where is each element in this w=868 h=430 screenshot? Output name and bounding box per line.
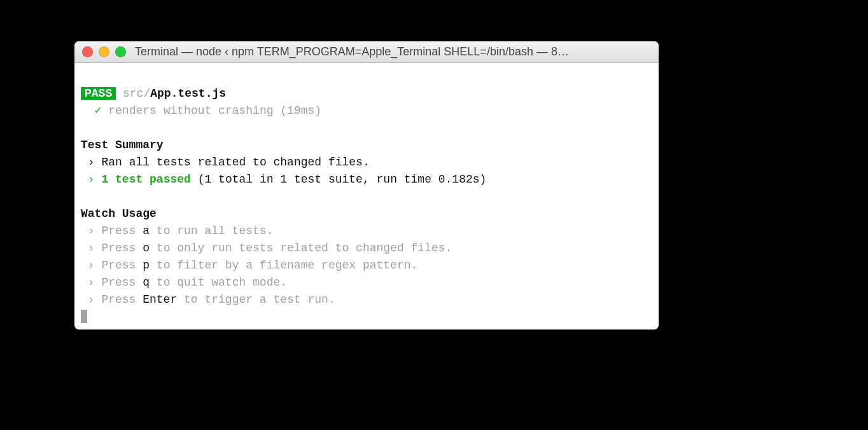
check-icon: ✓ xyxy=(95,104,102,117)
watch-key: Enter xyxy=(143,293,177,306)
watch-item: › Press p to filter by a filename regex … xyxy=(81,259,417,272)
watch-suffix: to quit watch mode. xyxy=(150,276,287,289)
minimize-icon[interactable] xyxy=(99,46,109,57)
pass-badge: PASS xyxy=(81,87,116,100)
watch-key: o xyxy=(143,242,150,254)
test-file-dir: src/ xyxy=(123,87,150,100)
cursor-icon xyxy=(81,310,87,323)
watch-suffix: to filter by a filename regex pattern. xyxy=(150,259,417,272)
summary-passed-strong: 1 test passed xyxy=(101,173,190,186)
window-controls xyxy=(82,46,126,57)
watch-item: › Press o to only run tests related to c… xyxy=(81,242,452,254)
watch-prefix: › Press xyxy=(81,259,143,272)
watch-prefix: › Press xyxy=(81,225,143,237)
summary-passed-rest: (1 total in 1 test suite, run time 0.182… xyxy=(191,173,486,186)
watch-key: q xyxy=(143,276,150,289)
summary-text-1: Ran all tests related to changed files. xyxy=(101,156,369,169)
watch-key: a xyxy=(143,225,150,237)
watch-item: › Press a to run all tests. xyxy=(81,225,273,237)
terminal-body[interactable]: PASS src/App.test.js ✓ renders without c… xyxy=(74,63,659,329)
titlebar: Terminal — node ‹ npm TERM_PROGRAM=Apple… xyxy=(74,41,659,63)
summary-arrow: › xyxy=(88,156,95,169)
watch-suffix: to only run tests related to changed fil… xyxy=(150,242,452,254)
watch-prefix: › Press xyxy=(81,293,143,306)
watch-prefix: › Press xyxy=(81,276,143,289)
test-case-line: ✓ renders without crashing (19ms) xyxy=(81,104,321,117)
summary-line-2: › 1 test passed (1 total in 1 test suite… xyxy=(81,173,486,186)
watch-prefix: › Press xyxy=(81,242,143,254)
summary-line-1: › Ran all tests related to changed files… xyxy=(81,156,370,169)
watch-item: › Press q to quit watch mode. xyxy=(81,276,287,289)
zoom-icon[interactable] xyxy=(115,46,126,57)
test-case-desc: renders without crashing (19ms) xyxy=(108,104,321,117)
watch-suffix: to run all tests. xyxy=(150,225,273,237)
summary-arrow: › xyxy=(88,173,95,186)
watch-key: p xyxy=(143,259,150,272)
watch-heading: Watch Usage xyxy=(81,207,157,220)
watch-item: › Press Enter to trigger a test run. xyxy=(81,293,335,306)
close-icon[interactable] xyxy=(82,46,93,57)
terminal-window: Terminal — node ‹ npm TERM_PROGRAM=Apple… xyxy=(74,41,659,329)
test-file-name: App.test.js xyxy=(150,87,226,100)
summary-heading: Test Summary xyxy=(81,139,164,151)
test-status-line: PASS src/App.test.js xyxy=(81,87,226,100)
window-title: Terminal — node ‹ npm TERM_PROGRAM=Apple… xyxy=(135,45,659,59)
watch-suffix: to trigger a test run. xyxy=(177,293,335,306)
